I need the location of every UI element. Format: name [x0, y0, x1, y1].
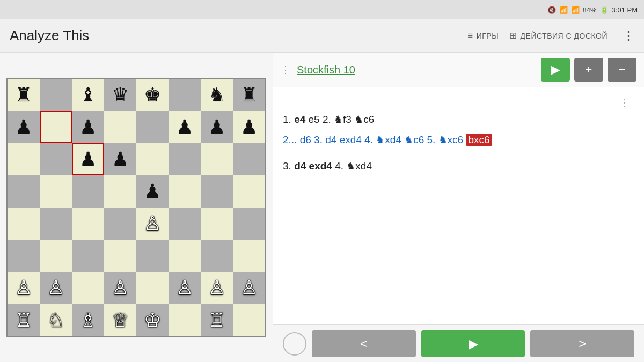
chess-piece: ♟ [79, 148, 97, 171]
board-cell[interactable]: ♟ [233, 111, 265, 143]
board-cell[interactable] [72, 240, 104, 272]
board-cell[interactable]: ♟ [104, 143, 136, 175]
board-cell[interactable] [136, 143, 169, 175]
app-bar-actions: ≡ ИГРЫ ⊞ ДЕЙСТВИЯ С ДОСКОЙ ⋮ [467, 29, 634, 43]
board-cell[interactable]: ♛ [104, 79, 136, 111]
board-cell[interactable] [40, 79, 72, 111]
board-cell[interactable] [233, 208, 265, 240]
board-cell[interactable] [169, 79, 201, 111]
board-cell[interactable]: ♙ [8, 272, 40, 304]
board-cell[interactable] [169, 208, 201, 240]
board-cell[interactable]: ♜ [233, 79, 265, 111]
play-icon: ▶ [469, 336, 478, 351]
board-cell[interactable] [40, 208, 72, 240]
moves-area: ⋮ 1. e4 e5 2. ♞f3 ♞c6 2... d6 3. d4 exd4… [273, 87, 644, 324]
chess-piece: ♜ [240, 84, 258, 106]
engine-plus-button[interactable]: + [574, 58, 603, 82]
board-cell[interactable] [104, 175, 136, 208]
chess-piece: ♟ [208, 116, 225, 138]
alt-move-line[interactable]: 2... d6 3. d4 exd4 4. ♞xd4 ♞c6 5. ♞xc6 b… [283, 131, 634, 149]
board-cell[interactable] [201, 240, 233, 272]
board-cell[interactable]: ♟ [72, 143, 104, 175]
forward-button[interactable]: > [530, 330, 634, 357]
board-cell[interactable] [72, 175, 104, 208]
board-cell[interactable] [233, 304, 265, 336]
board-cell[interactable] [169, 240, 201, 272]
board-cell[interactable]: ♟ [169, 111, 201, 143]
move-exd4: exd4 [309, 160, 332, 172]
games-action[interactable]: ≡ ИГРЫ [467, 31, 499, 41]
chess-piece: ♝ [79, 84, 97, 106]
chess-piece: ♘ [47, 309, 64, 331]
board-container: ♜♝♛♚♞♜♟♟♟♟♟♟♟♟♙♙♙♙♙♙♙♖♘♗♕♔♖ [0, 53, 273, 362]
forward-icon: > [579, 336, 586, 351]
board-cell[interactable] [72, 208, 104, 240]
board-cell[interactable] [169, 304, 201, 336]
circle-button[interactable] [283, 332, 306, 356]
board-cell[interactable] [136, 240, 169, 272]
third-move-line[interactable]: 3. d4 exd4 4. ♞xd4 [283, 158, 634, 175]
more-menu-icon[interactable]: ⋮ [623, 29, 634, 43]
play-button[interactable]: ▶ [421, 330, 525, 357]
board-cell[interactable]: ♔ [136, 304, 169, 336]
board-cell[interactable] [8, 208, 40, 240]
app-bar: Analyze This ≡ ИГРЫ ⊞ ДЕЙСТВИЯ С ДОСКОЙ … [0, 19, 644, 53]
board-cell[interactable] [136, 111, 169, 143]
board-cell[interactable] [233, 175, 265, 208]
board-cell[interactable]: ♙ [40, 272, 72, 304]
engine-header: ⋮ Stockfish 10 ▶ + − [273, 53, 644, 87]
board-cell[interactable]: ♚ [136, 79, 169, 111]
board-cell[interactable] [104, 111, 136, 143]
engine-play-button[interactable]: ▶ [541, 58, 570, 82]
board-cell[interactable] [201, 208, 233, 240]
board-cell[interactable] [8, 143, 40, 175]
board-cell[interactable] [201, 175, 233, 208]
engine-minus-button[interactable]: − [608, 58, 636, 82]
board-cell[interactable] [40, 143, 72, 175]
board-cell[interactable]: ♙ [233, 272, 265, 304]
board-cell[interactable] [8, 175, 40, 208]
board-cell[interactable]: ♞ [201, 79, 233, 111]
chess-board[interactable]: ♜♝♛♚♞♜♟♟♟♟♟♟♟♟♙♙♙♙♙♙♙♖♘♗♕♔♖ [6, 78, 266, 337]
board-cell[interactable] [201, 143, 233, 175]
board-cell[interactable] [40, 175, 72, 208]
board-cell[interactable]: ♙ [201, 272, 233, 304]
board-cell[interactable] [104, 208, 136, 240]
status-bar: 🔇 📶 📶 84% 🔋 3:01 PM [0, 0, 644, 19]
board-cell[interactable] [40, 240, 72, 272]
engine-name[interactable]: Stockfish 10 [297, 64, 537, 76]
board-cell[interactable]: ♜ [8, 79, 40, 111]
board-cell[interactable]: ♙ [169, 272, 201, 304]
chess-piece: ♖ [208, 309, 225, 331]
board-cell[interactable]: ♕ [104, 304, 136, 336]
moves-more-icon[interactable]: ⋮ [619, 96, 630, 109]
main-move-line[interactable]: 1. e4 e5 2. ♞f3 ♞c6 [283, 111, 634, 128]
chess-piece: ♜ [15, 84, 32, 106]
board-actions-action[interactable]: ⊞ ДЕЙСТВИЯ С ДОСКОЙ [509, 30, 608, 41]
board-cell[interactable]: ♗ [72, 304, 104, 336]
board-cell[interactable]: ♟ [8, 111, 40, 143]
bxc6-highlight: bxc6 [466, 134, 492, 146]
board-cell[interactable]: ♟ [136, 175, 169, 208]
board-cell[interactable] [40, 111, 72, 143]
chess-piece: ♙ [144, 212, 161, 235]
board-cell[interactable]: ♖ [8, 304, 40, 336]
board-cell[interactable] [169, 143, 201, 175]
board-cell[interactable] [136, 272, 169, 304]
board-cell[interactable] [233, 143, 265, 175]
board-cell[interactable]: ♘ [40, 304, 72, 336]
board-cell[interactable]: ♙ [136, 208, 169, 240]
back-button[interactable]: < [312, 330, 416, 357]
board-cell[interactable]: ♙ [104, 272, 136, 304]
moves-options[interactable]: ⋮ [283, 94, 634, 111]
board-cell[interactable] [233, 240, 265, 272]
board-cell[interactable] [169, 175, 201, 208]
board-cell[interactable] [72, 272, 104, 304]
grid-icon: ⊞ [509, 30, 517, 41]
board-cell[interactable]: ♝ [72, 79, 104, 111]
board-cell[interactable]: ♖ [201, 304, 233, 336]
board-cell[interactable] [104, 240, 136, 272]
board-cell[interactable]: ♟ [201, 111, 233, 143]
board-cell[interactable] [8, 240, 40, 272]
board-cell[interactable]: ♟ [72, 111, 104, 143]
